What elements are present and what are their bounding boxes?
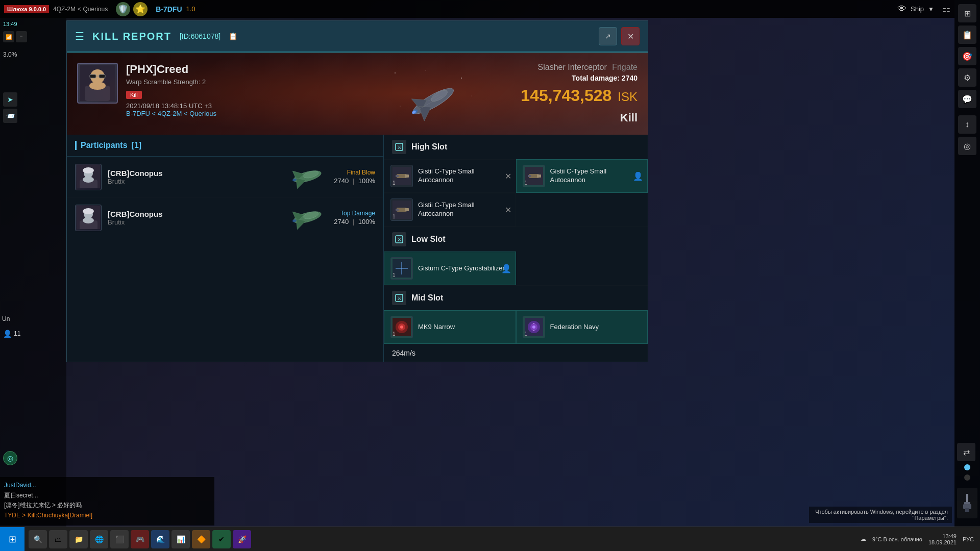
remove-icon-2[interactable]: ✕ [505, 205, 511, 215]
inbox-icon[interactable]: 📨 [3, 109, 17, 123]
taskbar-widgets[interactable]: 🗃 [49, 530, 67, 548]
modal-id: [ID:6061078] [180, 32, 220, 40]
high-slot-header: ⚔ High Slot [384, 135, 648, 159]
svg-point-66 [400, 325, 403, 329]
high-slot-icon: ⚔ [392, 140, 406, 154]
item-count-3: 1 [393, 214, 396, 219]
weather-icon: ☁ [861, 536, 866, 542]
participant-ship-img-1 [287, 163, 328, 191]
mk9-count: 1 [393, 331, 396, 337]
autocannon-icon-3: 1 [390, 198, 413, 221]
right-icon-2[interactable]: 📋 [958, 26, 976, 44]
fed-icon: 1 [523, 316, 545, 338]
kill-time: 2021/09/18 13:48:15 UTC +3 [126, 102, 497, 110]
person-icon-1[interactable]: 👤 [633, 171, 643, 181]
target-icon[interactable]: ◎ [3, 451, 17, 465]
pilot-avatar [77, 63, 118, 104]
ship-class: Slasher Interceptor Frigate [505, 63, 638, 72]
taskbar-chrome[interactable]: 🌐 [90, 530, 108, 548]
mid-slot-title: Mid Slot [411, 293, 443, 303]
taskbar-explorer[interactable]: 📁 [69, 530, 88, 548]
speed-display: 264m/s [392, 349, 415, 357]
warp-scramble: Warp Scramble Strength: 2 [126, 78, 497, 86]
participants-title: Participants [81, 141, 128, 150]
high-slot-title: High Slot [411, 142, 447, 152]
top-damage-label: Top Damage [334, 210, 375, 217]
right-icon-7[interactable]: ◎ [958, 137, 976, 155]
kill-type-label: Kill [505, 111, 638, 124]
participant-row[interactable]: [CRB]Conopus Brutix [67, 157, 383, 197]
location-text[interactable]: 4QZ-2M [53, 6, 76, 13]
right-icon-5[interactable]: 💬 [958, 90, 976, 108]
time-display-left: 13:49 [3, 21, 17, 27]
svg-rect-2 [85, 86, 110, 101]
taskbar-app-2[interactable]: 📊 [172, 530, 190, 548]
svg-text:⚔: ⚔ [397, 237, 402, 242]
copy-id-icon[interactable]: 📋 [229, 32, 237, 40]
date-text: 18.09.2021 [928, 539, 957, 545]
right-arrow-icon[interactable]: ⇄ [957, 443, 975, 461]
participant-avatar-2 [75, 205, 102, 231]
stat-values-1: 2740 | 100% [334, 177, 375, 185]
slot-item-gyro[interactable]: 1 Gistum C-Type Gyrostabilizer 👤 [384, 252, 516, 285]
autocannon-icon-2: 1 [523, 165, 545, 187]
view-label[interactable]: Ship [911, 5, 924, 13]
right-icon-4[interactable]: ⚙ [958, 68, 976, 87]
slot-item[interactable]: 1 Gistii C-Type Small Autocannon ✕ [384, 159, 516, 193]
view-chevron-icon[interactable]: ▼ [928, 6, 934, 13]
nav-arrow-left-icon[interactable]: ➤ [3, 92, 17, 107]
remove-icon[interactable]: ✕ [505, 171, 511, 181]
taskbar-game-icon[interactable]: 🚀 [233, 530, 251, 548]
svg-rect-48 [528, 175, 531, 177]
svg-text:⚔: ⚔ [397, 144, 402, 150]
gyro-person-icon[interactable]: 👤 [501, 264, 511, 273]
right-sidebar: ⊞ 📋 🎯 ⚙ 💬 ↕ ◎ ⇄ [954, 0, 980, 527]
item-count: 1 [393, 180, 396, 186]
taskbar-right: ☁ 9°C В осн. облачно 13:49 18.09.2021 РУ… [854, 533, 980, 545]
time-text: 13:49 [942, 533, 957, 539]
taskbar-app-4[interactable]: ✔ [212, 530, 231, 548]
slot-item-fed[interactable]: 1 Federation Navy [516, 310, 648, 344]
right-icon-3[interactable]: 🎯 [958, 47, 976, 65]
slot-item-3[interactable]: 1 Gistii C-Type Small Autocannon ✕ [384, 193, 516, 227]
mk9-name: MK9 Narrow [418, 323, 455, 332]
taskbar-terminal[interactable]: ⬛ [110, 530, 129, 548]
weather-text: 9°C В осн. облачно [872, 536, 922, 542]
kill-report-modal: ☰ KILL REPORT [ID:6061078] 📋 ↗ ✕ [66, 20, 648, 362]
app-logo: Шлюха 9.0.0.0 [4, 5, 49, 13]
high-slot-items: 1 Gistii C-Type Small Autocannon ✕ [384, 159, 648, 227]
taskbar-edge[interactable]: 🌊 [151, 530, 169, 548]
slot-item-mk9[interactable]: 1 MK9 Narrow [384, 310, 516, 344]
export-button[interactable]: ↗ [599, 27, 617, 45]
participants-count: [1] [132, 141, 142, 150]
mid-slot-section: ⚔ Mid Slot [384, 286, 648, 344]
svg-point-1 [90, 69, 105, 84]
close-button[interactable]: ✕ [621, 27, 640, 45]
hamburger-menu-icon[interactable]: ☰ [75, 30, 84, 42]
final-blow-label: Final Blow [334, 169, 375, 176]
svg-rect-44 [396, 175, 399, 177]
svg-point-3 [89, 82, 106, 90]
section-bar-accent [75, 141, 77, 150]
slot-item-2[interactable]: 1 Gistii C-Type Small Autocannon 👤 [516, 159, 648, 193]
modal-body: Participants [1] [CRB]Conopus [67, 135, 648, 362]
ship-view-toggle[interactable]: 👁 Ship ▼ ⚏ [897, 4, 950, 15]
user-count: 11 [14, 330, 20, 337]
ship-type: Frigate [612, 63, 638, 71]
participant-row-2[interactable]: [CRB]Conopus Brutix [67, 197, 383, 238]
right-icon-1[interactable]: ⊞ [958, 4, 976, 22]
svg-rect-49 [537, 174, 541, 178]
taskbar-search[interactable]: 🔍 [29, 530, 47, 548]
taskbar-app-1[interactable]: 🎮 [131, 530, 149, 548]
right-icon-6[interactable]: ↕ [958, 115, 976, 134]
svg-rect-0 [80, 65, 115, 101]
low-slot-items: 1 Gistum C-Type Gyrostabilizer 👤 [384, 252, 648, 285]
taskbar-app-3[interactable]: 🔶 [192, 530, 210, 548]
filter-icon[interactable]: ⚏ [942, 4, 950, 15]
low-slot-header: ⚔ Low Slot [384, 227, 648, 252]
fed-name: Federation Navy [550, 323, 599, 332]
participant-ship-1: Brutix [108, 178, 281, 185]
nav-dot-1 [964, 464, 970, 470]
start-button[interactable]: ⊞ [0, 527, 24, 552]
svg-rect-53 [405, 208, 409, 211]
